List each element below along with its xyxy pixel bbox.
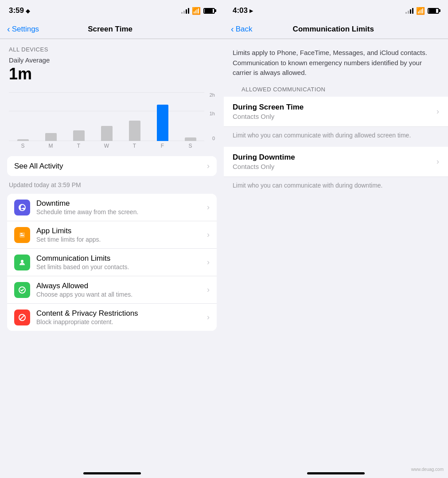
always-allowed-icon (14, 282, 30, 298)
right-section-label: ALLOWED COMMUNICATION (233, 86, 334, 97)
bar-s2 (185, 137, 196, 141)
right-back-label: Back (236, 25, 253, 34)
see-all-item[interactable]: See All Activity › (7, 156, 217, 176)
screen-time-desc: Limit who you can communicate with durin… (233, 132, 411, 139)
comm-limits-subtitle: Set limits based on your contacts. (36, 263, 207, 270)
downtime-subtitle-right: Contacts Only (233, 163, 436, 170)
downtime-desc: Limit who you can communicate with durin… (233, 182, 383, 189)
app-limits-subtitle: Set time limits for apps. (36, 236, 207, 243)
right-status-bar: 4:03 ▶ 📶 (224, 0, 448, 20)
bar-t2 (129, 121, 140, 141)
see-all-content: See All Activity (14, 162, 207, 171)
right-info-text: Limits apply to Phone, FaceTime, Message… (224, 39, 448, 85)
screen-time-title: During Screen Time (233, 103, 436, 112)
right-home-indicator (307, 472, 365, 474)
chart-bars (9, 101, 204, 141)
content-privacy-content: Content & Privacy Restrictions Block ina… (36, 309, 207, 325)
grid-line-top (9, 92, 204, 93)
comm-limits-chevron: › (207, 258, 210, 267)
day-s2: S (185, 143, 196, 149)
right-location-icon: ▶ (249, 8, 253, 14)
see-all-section: See All Activity › (7, 156, 217, 176)
right-back-button[interactable]: ‹ Back (231, 25, 252, 34)
day-m: M (45, 143, 57, 149)
left-location-icon: ◆ (26, 8, 30, 14)
right-back-chevron: ‹ (231, 24, 234, 33)
downtime-desc-wrapper: Limit who you can communicate with durin… (224, 177, 448, 197)
day-f: F (157, 143, 168, 149)
left-status-icons: 📶 (181, 7, 215, 15)
downtime-row-wrapper: During Downtime Contacts Only › (224, 147, 448, 177)
left-battery-fill (205, 9, 213, 13)
daily-average: Daily Average 1m (0, 56, 224, 89)
right-battery (428, 8, 439, 14)
all-devices-label: ALL DEVICES (0, 39, 224, 56)
left-time: 3:59 (9, 6, 24, 15)
downtime-title: Downtime (36, 199, 207, 208)
menu-list: Downtime Schedule time away from the scr… (7, 194, 217, 331)
always-allowed-chevron: › (207, 285, 210, 294)
right-status-icons: 📶 (405, 7, 439, 15)
day-s1: S (17, 143, 29, 149)
chart-label-2h: 2h (210, 92, 215, 98)
downtime-chevron: › (207, 203, 210, 212)
downtime-content: Downtime Schedule time away from the scr… (36, 199, 207, 215)
svg-point-3 (21, 260, 23, 263)
bar-m (45, 133, 57, 141)
list-item-app-limits[interactable]: App Limits Set time limits for apps. › (7, 221, 217, 249)
right-screen: 4:03 ▶ 📶 ‹ Back Communication Limits Lim… (224, 0, 448, 478)
svg-rect-1 (20, 235, 24, 236)
see-all-label: See All Activity (14, 162, 63, 170)
list-item-always-allowed[interactable]: Always Allowed Choose apps you want at a… (7, 276, 217, 304)
left-back-label: Settings (12, 25, 39, 34)
left-back-button[interactable]: ‹ Settings (7, 25, 39, 34)
screen-time-desc-wrapper: Limit who you can communicate with durin… (224, 127, 448, 147)
daily-avg-label: Daily Average (9, 56, 215, 64)
content-privacy-icon (14, 310, 30, 325)
screen-time-chevron: › (436, 107, 439, 116)
downtime-chevron-right: › (436, 157, 439, 166)
content-privacy-title: Content & Privacy Restrictions (36, 309, 207, 318)
bar-s1 (17, 139, 29, 141)
app-limits-icon (14, 227, 30, 243)
left-back-chevron: ‹ (7, 24, 10, 33)
chart-label-1h: 1h (210, 111, 215, 116)
left-wifi-icon: 📶 (192, 7, 201, 15)
comm-limits-title: Communication Limits (36, 254, 207, 263)
left-nav-title: Screen Time (39, 25, 181, 34)
day-t1: T (73, 143, 85, 149)
downtime-content-right: During Downtime Contacts Only (233, 153, 436, 170)
right-time: 4:03 (233, 6, 248, 15)
chart-container: 2h 1h 0 S M T W T F S (9, 89, 215, 151)
app-limits-title: App Limits (36, 227, 207, 235)
svg-rect-2 (20, 233, 23, 234)
always-allowed-subtitle: Choose apps you want at all times. (36, 291, 207, 298)
screen-time-row-wrapper: During Screen Time Contacts Only › (224, 97, 448, 127)
left-screen: 3:59 ◆ 📶 ‹ Settings Screen Time ALL DEVI… (0, 0, 224, 478)
day-t2: T (129, 143, 140, 149)
svg-line-6 (20, 316, 24, 319)
always-allowed-content: Always Allowed Choose apps you want at a… (36, 282, 207, 298)
bar-f (157, 105, 168, 141)
list-item-content-privacy[interactable]: Content & Privacy Restrictions Block ina… (7, 304, 217, 331)
during-downtime-item[interactable]: During Downtime Contacts Only › (224, 147, 448, 176)
right-wifi-icon: 📶 (416, 7, 425, 15)
content-privacy-subtitle: Block inappropriate content. (36, 318, 207, 325)
content-privacy-chevron: › (207, 313, 210, 322)
right-section-label-wrapper: ALLOWED COMMUNICATION (224, 85, 448, 97)
downtime-title-right: During Downtime (233, 153, 436, 162)
updated-text: Updated today at 3:59 PM (0, 178, 224, 192)
watermark: www.deuag.com (411, 467, 444, 472)
list-item-comm-limits[interactable]: Communication Limits Set limits based on… (7, 249, 217, 276)
comm-limits-content: Communication Limits Set limits based on… (36, 254, 207, 270)
always-allowed-title: Always Allowed (36, 282, 207, 290)
chart-label-0: 0 (212, 136, 215, 141)
downtime-icon (14, 200, 30, 215)
left-status-bar: 3:59 ◆ 📶 (0, 0, 224, 20)
during-screen-time-item[interactable]: During Screen Time Contacts Only › (224, 97, 448, 126)
bar-w (101, 126, 113, 141)
left-nav-bar: ‹ Settings Screen Time (0, 20, 224, 39)
see-all-chevron: › (207, 161, 210, 171)
right-nav-bar: ‹ Back Communication Limits (224, 20, 448, 39)
list-item-downtime[interactable]: Downtime Schedule time away from the scr… (7, 194, 217, 221)
